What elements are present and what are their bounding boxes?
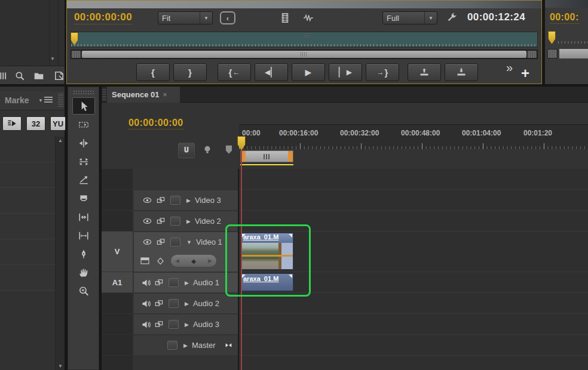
- step-forward-button[interactable]: ▏▶: [329, 63, 362, 81]
- encore-chapter-marker-button[interactable]: [202, 144, 213, 155]
- sync-lock-icon[interactable]: [154, 278, 164, 287]
- speaker-icon[interactable]: [141, 299, 151, 309]
- program-scrollbar-thumb[interactable]: [82, 51, 526, 58]
- step-back-button[interactable]: ◀▏: [255, 63, 288, 81]
- add-keyframe-icon[interactable]: ◆: [191, 258, 196, 264]
- track-lock-toggle[interactable]: [169, 299, 179, 308]
- button-editor-add[interactable]: +: [521, 65, 529, 82]
- track-label[interactable]: Video 1: [196, 238, 222, 246]
- rate-stretch-tool-button[interactable]: [72, 171, 95, 189]
- numbered-marker-badge[interactable]: 32: [26, 116, 45, 131]
- sync-lock-icon[interactable]: [156, 217, 166, 226]
- zoom-level-select[interactable]: Fit ▼: [158, 11, 213, 24]
- play-button[interactable]: ▶: [292, 63, 325, 81]
- collapse-triangle-icon[interactable]: ▶: [186, 218, 191, 224]
- go-to-out-button[interactable]: →}: [366, 63, 399, 81]
- program-mini-timeline[interactable]: [71, 32, 538, 47]
- sync-lock-icon[interactable]: [154, 299, 164, 308]
- toggle-track-output-eye-icon[interactable]: [142, 217, 152, 226]
- yu-marker-badge[interactable]: YU: [50, 116, 66, 131]
- video3-track-header[interactable]: ▶ Video 3: [134, 190, 238, 210]
- video2-track-header[interactable]: ▶ Video 2: [134, 211, 238, 231]
- panel-menu-icon[interactable]: ▼: [38, 98, 43, 103]
- sync-lock-icon[interactable]: [156, 238, 166, 246]
- track-label[interactable]: Audio 3: [193, 320, 219, 329]
- previous-keyframe-icon[interactable]: ◀: [175, 258, 179, 264]
- empty-lane[interactable]: [239, 356, 588, 370]
- next-keyframe-icon[interactable]: ▶: [208, 258, 212, 264]
- track-lock-toggle[interactable]: [170, 238, 180, 246]
- track-lock-toggle[interactable]: [167, 341, 177, 350]
- audio2-track-header[interactable]: ▶ Audio 2: [134, 294, 238, 313]
- mark-in-button[interactable]: {: [136, 63, 170, 81]
- track-lock-toggle[interactable]: [170, 217, 180, 226]
- track-lock-toggle[interactable]: [169, 278, 179, 287]
- new-bin-icon[interactable]: [33, 70, 44, 81]
- more-buttons-chevron[interactable]: »: [506, 61, 513, 75]
- rolling-edit-tool-button[interactable]: [72, 153, 95, 170]
- work-area-bar[interactable]: [240, 150, 293, 162]
- track-label[interactable]: Video 3: [195, 196, 221, 205]
- track-label[interactable]: Audio 2: [193, 299, 219, 308]
- time-ruler[interactable]: 00:00 00:00:16:00 00:00:32:00 00:00:48:0…: [239, 124, 588, 149]
- sync-lock-icon[interactable]: [156, 196, 166, 205]
- ripple-edit-tool-button[interactable]: [72, 134, 95, 152]
- toggle-track-output-eye-icon[interactable]: [142, 238, 152, 246]
- audio3-lane[interactable]: [239, 314, 588, 335]
- track-lock-toggle[interactable]: [169, 320, 179, 329]
- razor-tool-button[interactable]: [72, 190, 95, 207]
- toggle-track-output-eye-icon[interactable]: [142, 196, 152, 205]
- program-scrollbar[interactable]: [71, 50, 538, 59]
- panel-grip[interactable]: [102, 89, 106, 100]
- program-current-timecode[interactable]: 00:00:00:00: [74, 11, 132, 24]
- track-lock-toggle[interactable]: [170, 196, 180, 205]
- speaker-icon[interactable]: [141, 320, 151, 329]
- panel-grip[interactable]: [58, 94, 63, 108]
- marker-list-area[interactable]: [0, 137, 55, 292]
- master-lane[interactable]: [239, 335, 588, 356]
- video1-track-header[interactable]: ▼ Video 1 ◀ ◆ ▶: [134, 232, 238, 272]
- fragment-timecode[interactable]: 00:00:: [550, 12, 579, 24]
- speaker-icon[interactable]: [141, 278, 151, 288]
- master-track-header[interactable]: ▶ Master: [134, 335, 238, 355]
- export-frame-film-icon[interactable]: [280, 13, 290, 23]
- list-view-icon[interactable]: [0, 70, 7, 81]
- expand-triangle-icon[interactable]: ▼: [186, 239, 192, 245]
- sequence-tab[interactable]: Sequence 01 ×: [107, 87, 180, 103]
- encore-marker-badge[interactable]: [2, 116, 22, 131]
- collapse-triangle-icon[interactable]: ▶: [185, 301, 189, 307]
- new-item-icon[interactable]: [54, 70, 65, 81]
- audio1-track-header[interactable]: ▶ Audio 1: [134, 273, 238, 292]
- safe-margins-button[interactable]: ‹: [220, 11, 235, 24]
- collapse-triangle-icon[interactable]: ▶: [185, 280, 189, 286]
- video3-lane[interactable]: [239, 190, 588, 211]
- audio-target-cell[interactable]: A1: [102, 272, 133, 293]
- lift-button[interactable]: [408, 63, 441, 81]
- collapse-triangle-icon[interactable]: ▶: [185, 322, 189, 328]
- go-to-in-button[interactable]: {←: [218, 63, 251, 81]
- close-icon[interactable]: ×: [163, 91, 167, 99]
- fragment-scrollbar-thumb[interactable]: [559, 49, 588, 58]
- markers-tab-label[interactable]: Marke: [5, 95, 29, 105]
- tools-panel-grip[interactable]: [73, 90, 94, 95]
- keyframe-toggle-icon[interactable]: [156, 257, 165, 266]
- audio-waveform-icon[interactable]: [302, 13, 314, 23]
- sync-lock-icon[interactable]: [154, 320, 164, 329]
- scroll-up-icon[interactable]: ▲: [58, 138, 63, 143]
- keyframe-navigator[interactable]: ◀ ◆ ▶: [171, 255, 216, 267]
- zoom-tool-button[interactable]: [72, 282, 95, 300]
- slide-tool-button[interactable]: [72, 227, 95, 244]
- track-label[interactable]: Master: [192, 341, 216, 350]
- collapse-triangle-icon[interactable]: ▶: [183, 343, 188, 349]
- find-icon[interactable]: [14, 70, 25, 81]
- pen-tool-button[interactable]: [72, 245, 95, 263]
- set-display-style-icon[interactable]: [140, 256, 150, 266]
- fragment-scroll-cap[interactable]: [547, 49, 558, 58]
- selection-tool-button[interactable]: [72, 97, 95, 115]
- track-select-tool-button[interactable]: [72, 116, 95, 133]
- track-label[interactable]: Audio 1: [193, 278, 219, 287]
- audio3-track-header[interactable]: ▶ Audio 3: [134, 314, 238, 334]
- extract-button[interactable]: [445, 63, 478, 81]
- video-target-cell[interactable]: V: [102, 232, 133, 272]
- timeline-timecode[interactable]: 00:00:00:00: [128, 118, 183, 130]
